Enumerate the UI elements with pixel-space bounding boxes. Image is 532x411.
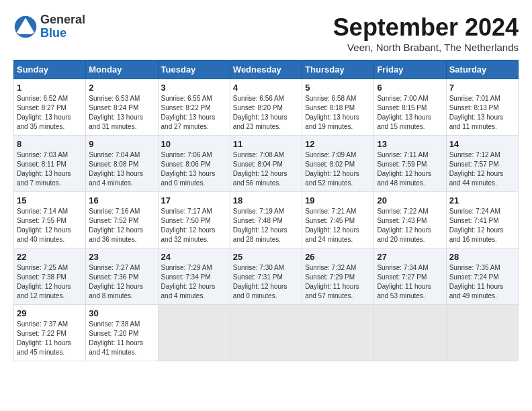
day-number: 22 xyxy=(17,252,83,262)
calendar-week-3: 15Sunrise: 7:14 AM Sunset: 7:55 PM Dayli… xyxy=(14,192,519,248)
weekday-sunday: Sunday xyxy=(14,60,86,79)
day-info: Sunrise: 7:32 AM Sunset: 7:29 PM Dayligh… xyxy=(305,263,371,301)
day-number: 26 xyxy=(305,252,371,262)
logo-general: General xyxy=(40,13,85,27)
logo: General Blue xyxy=(13,13,85,40)
calendar-cell: 16Sunrise: 7:16 AM Sunset: 7:52 PM Dayli… xyxy=(86,192,158,248)
calendar-week-2: 8Sunrise: 7:03 AM Sunset: 8:11 PM Daylig… xyxy=(14,136,519,192)
page-header: General Blue September 2024 Veen, North … xyxy=(13,13,519,53)
day-number: 23 xyxy=(89,252,154,262)
day-info: Sunrise: 7:14 AM Sunset: 7:55 PM Dayligh… xyxy=(17,207,83,244)
calendar-cell: 3Sunrise: 6:55 AM Sunset: 8:22 PM Daylig… xyxy=(158,79,230,136)
calendar-cell xyxy=(446,305,518,361)
calendar-cell: 22Sunrise: 7:25 AM Sunset: 7:38 PM Dayli… xyxy=(14,248,86,305)
calendar-cell xyxy=(158,305,230,361)
day-info: Sunrise: 7:01 AM Sunset: 8:13 PM Dayligh… xyxy=(449,94,515,132)
calendar-cell: 29Sunrise: 7:37 AM Sunset: 7:22 PM Dayli… xyxy=(14,305,86,361)
calendar-cell: 9Sunrise: 7:04 AM Sunset: 8:08 PM Daylig… xyxy=(86,136,158,192)
calendar-week-1: 1Sunrise: 6:52 AM Sunset: 8:27 PM Daylig… xyxy=(14,79,519,136)
calendar-cell: 17Sunrise: 7:17 AM Sunset: 7:50 PM Dayli… xyxy=(158,192,230,248)
day-number: 25 xyxy=(233,252,299,262)
day-number: 3 xyxy=(161,83,227,93)
day-info: Sunrise: 7:22 AM Sunset: 7:43 PM Dayligh… xyxy=(377,207,443,244)
day-info: Sunrise: 7:30 AM Sunset: 7:31 PM Dayligh… xyxy=(233,263,299,301)
day-info: Sunrise: 7:37 AM Sunset: 7:22 PM Dayligh… xyxy=(17,320,83,357)
logo-icon xyxy=(13,15,38,39)
day-number: 5 xyxy=(305,83,371,93)
day-info: Sunrise: 7:24 AM Sunset: 7:41 PM Dayligh… xyxy=(449,207,515,244)
month-year: September 2024 xyxy=(333,13,519,42)
day-number: 16 xyxy=(89,195,154,205)
calendar-table: SundayMondayTuesdayWednesdayThursdayFrid… xyxy=(13,60,519,361)
day-info: Sunrise: 7:21 AM Sunset: 7:45 PM Dayligh… xyxy=(305,207,371,244)
title-area: September 2024 Veen, North Brabant, The … xyxy=(333,13,519,53)
calendar-body: 1Sunrise: 6:52 AM Sunset: 8:27 PM Daylig… xyxy=(14,79,519,361)
day-number: 7 xyxy=(449,83,515,93)
weekday-wednesday: Wednesday xyxy=(230,60,302,79)
day-number: 15 xyxy=(17,195,83,205)
day-info: Sunrise: 6:58 AM Sunset: 8:18 PM Dayligh… xyxy=(305,94,371,132)
calendar-cell: 13Sunrise: 7:11 AM Sunset: 7:59 PM Dayli… xyxy=(374,136,446,192)
day-info: Sunrise: 6:53 AM Sunset: 8:24 PM Dayligh… xyxy=(89,94,154,132)
day-number: 4 xyxy=(233,83,299,93)
day-info: Sunrise: 7:06 AM Sunset: 8:06 PM Dayligh… xyxy=(161,150,227,188)
calendar-cell: 30Sunrise: 7:38 AM Sunset: 7:20 PM Dayli… xyxy=(86,305,158,361)
calendar-cell: 18Sunrise: 7:19 AM Sunset: 7:48 PM Dayli… xyxy=(230,192,302,248)
logo-blue: Blue xyxy=(40,27,85,40)
calendar-cell: 25Sunrise: 7:30 AM Sunset: 7:31 PM Dayli… xyxy=(230,248,302,305)
day-info: Sunrise: 7:03 AM Sunset: 8:11 PM Dayligh… xyxy=(17,150,83,188)
day-number: 19 xyxy=(305,195,371,205)
calendar-cell: 2Sunrise: 6:53 AM Sunset: 8:24 PM Daylig… xyxy=(86,79,158,136)
weekday-thursday: Thursday xyxy=(302,60,374,79)
calendar-week-4: 22Sunrise: 7:25 AM Sunset: 7:38 PM Dayli… xyxy=(14,248,519,305)
day-info: Sunrise: 7:12 AM Sunset: 7:57 PM Dayligh… xyxy=(449,150,515,188)
calendar-cell: 15Sunrise: 7:14 AM Sunset: 7:55 PM Dayli… xyxy=(14,192,86,248)
day-number: 30 xyxy=(89,308,154,318)
day-number: 9 xyxy=(89,139,154,149)
day-number: 13 xyxy=(377,139,443,149)
calendar-cell: 5Sunrise: 6:58 AM Sunset: 8:18 PM Daylig… xyxy=(302,79,374,136)
calendar-cell: 19Sunrise: 7:21 AM Sunset: 7:45 PM Dayli… xyxy=(302,192,374,248)
calendar-cell: 10Sunrise: 7:06 AM Sunset: 8:06 PM Dayli… xyxy=(158,136,230,192)
day-info: Sunrise: 7:35 AM Sunset: 7:24 PM Dayligh… xyxy=(449,263,515,301)
logo-text: General Blue xyxy=(40,13,85,40)
day-number: 27 xyxy=(377,252,443,262)
day-number: 28 xyxy=(449,252,515,262)
day-number: 18 xyxy=(233,195,299,205)
day-number: 17 xyxy=(161,195,227,205)
weekday-saturday: Saturday xyxy=(446,60,518,79)
day-number: 12 xyxy=(305,139,371,149)
calendar-cell xyxy=(374,305,446,361)
calendar-cell xyxy=(230,305,302,361)
day-number: 20 xyxy=(377,195,443,205)
day-info: Sunrise: 7:34 AM Sunset: 7:27 PM Dayligh… xyxy=(377,263,443,301)
day-info: Sunrise: 6:56 AM Sunset: 8:20 PM Dayligh… xyxy=(233,94,299,132)
calendar-cell: 20Sunrise: 7:22 AM Sunset: 7:43 PM Dayli… xyxy=(374,192,446,248)
day-info: Sunrise: 7:29 AM Sunset: 7:34 PM Dayligh… xyxy=(161,263,227,301)
day-number: 29 xyxy=(17,308,83,318)
calendar-cell: 1Sunrise: 6:52 AM Sunset: 8:27 PM Daylig… xyxy=(14,79,86,136)
calendar-cell: 21Sunrise: 7:24 AM Sunset: 7:41 PM Dayli… xyxy=(446,192,518,248)
day-info: Sunrise: 7:27 AM Sunset: 7:36 PM Dayligh… xyxy=(89,263,154,301)
day-info: Sunrise: 7:08 AM Sunset: 8:04 PM Dayligh… xyxy=(233,150,299,188)
calendar-cell: 26Sunrise: 7:32 AM Sunset: 7:29 PM Dayli… xyxy=(302,248,374,305)
weekday-monday: Monday xyxy=(86,60,158,79)
calendar-cell: 27Sunrise: 7:34 AM Sunset: 7:27 PM Dayli… xyxy=(374,248,446,305)
day-info: Sunrise: 7:25 AM Sunset: 7:38 PM Dayligh… xyxy=(17,263,83,301)
day-number: 14 xyxy=(449,139,515,149)
day-number: 11 xyxy=(233,139,299,149)
calendar-cell: 6Sunrise: 7:00 AM Sunset: 8:15 PM Daylig… xyxy=(374,79,446,136)
day-info: Sunrise: 7:00 AM Sunset: 8:15 PM Dayligh… xyxy=(377,94,443,132)
calendar-cell: 8Sunrise: 7:03 AM Sunset: 8:11 PM Daylig… xyxy=(14,136,86,192)
location: Veen, North Brabant, The Netherlands xyxy=(333,42,519,53)
day-number: 21 xyxy=(449,195,515,205)
calendar-header: SundayMondayTuesdayWednesdayThursdayFrid… xyxy=(14,60,519,79)
day-number: 1 xyxy=(17,83,83,93)
svg-rect-2 xyxy=(18,32,33,34)
day-info: Sunrise: 6:52 AM Sunset: 8:27 PM Dayligh… xyxy=(17,94,83,132)
calendar-cell: 7Sunrise: 7:01 AM Sunset: 8:13 PM Daylig… xyxy=(446,79,518,136)
day-number: 24 xyxy=(161,252,227,262)
day-number: 2 xyxy=(89,83,154,93)
day-number: 8 xyxy=(17,139,83,149)
calendar-cell: 12Sunrise: 7:09 AM Sunset: 8:02 PM Dayli… xyxy=(302,136,374,192)
